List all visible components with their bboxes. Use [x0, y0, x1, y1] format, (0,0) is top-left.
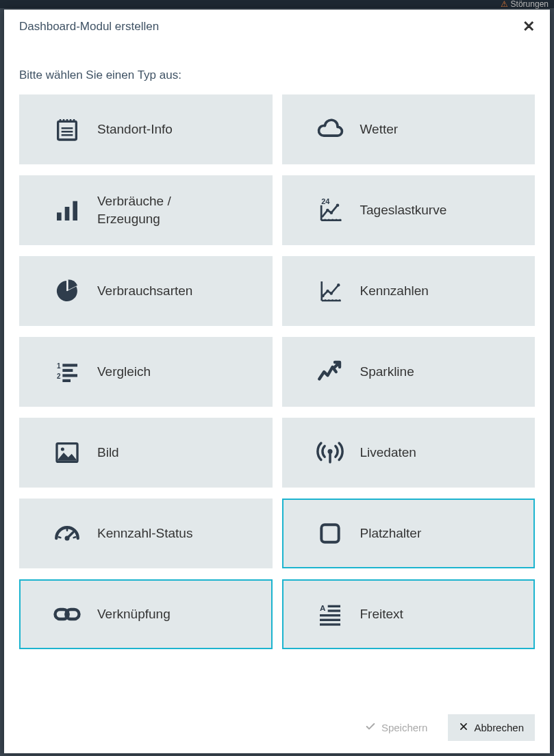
module-tile-sparkline[interactable]: Sparkline — [282, 337, 536, 407]
module-tile-livedaten[interactable]: Livedaten — [282, 418, 536, 488]
svg-text:24: 24 — [321, 197, 330, 205]
close-icon[interactable]: ✕ — [522, 19, 535, 34]
module-tile-label: Tageslastkurve — [360, 201, 447, 219]
svg-rect-1 — [57, 212, 62, 220]
module-tile-label: Kennzahlen — [360, 282, 429, 300]
alert-icon: ⚠ — [501, 0, 508, 9]
save-button[interactable]: Speichern — [354, 714, 439, 741]
svg-point-6 — [329, 211, 333, 214]
svg-rect-22 — [321, 525, 338, 542]
module-tile-platzhalter[interactable]: Platzhalter — [282, 499, 536, 568]
module-tile-kennzahlen[interactable]: Kennzahlen — [282, 256, 536, 326]
module-tile-label: Platzhalter — [360, 525, 422, 542]
svg-rect-26 — [327, 605, 340, 607]
modal-header: Dashboard-Modul erstellen ✕ — [4, 10, 550, 41]
svg-text:A: A — [320, 603, 326, 612]
sparkline-icon — [315, 357, 345, 387]
module-tile-label: Vergleich — [97, 363, 151, 381]
module-tile-label: Verbräuche / Erzeugung — [97, 192, 234, 227]
module-tile-label: Wetter — [360, 121, 399, 138]
svg-point-9 — [326, 290, 329, 292]
svg-rect-17 — [62, 379, 71, 382]
module-tile-label: Freitext — [360, 605, 403, 623]
module-tile-verknuepfung[interactable]: Verknüpfung — [19, 579, 273, 649]
module-tile-verbraeuche[interactable]: Verbräuche / Erzeugung — [19, 175, 273, 245]
module-tile-tageslast[interactable]: 24Tageslastkurve — [282, 175, 536, 245]
svg-rect-28 — [320, 614, 340, 616]
module-tile-verbrauchsarten[interactable]: Verbrauchsarten — [19, 256, 273, 326]
cancel-button[interactable]: Abbrechen — [448, 714, 535, 741]
module-tile-label: Sparkline — [360, 363, 414, 381]
linechart-icon — [315, 276, 345, 306]
barchart-icon — [52, 195, 82, 225]
backdrop-top: ⚠ Störungen — [0, 0, 554, 8]
image-icon — [52, 438, 82, 468]
svg-rect-2 — [65, 207, 70, 220]
square-icon — [315, 518, 345, 549]
module-type-grid: Standort-InfoWetterVerbräuche / Erzeugun… — [4, 94, 550, 649]
modal-footer: Speichern Abbrechen — [4, 703, 550, 753]
svg-point-19 — [61, 448, 64, 451]
broadcast-icon — [315, 438, 345, 468]
svg-rect-27 — [327, 609, 340, 612]
text-icon: A — [315, 599, 345, 629]
svg-text:2: 2 — [57, 373, 61, 380]
cloud-icon — [315, 114, 345, 144]
pie-icon — [52, 276, 82, 306]
module-tile-wetter[interactable]: Wetter — [282, 94, 536, 164]
modal-title: Dashboard-Modul erstellen — [19, 20, 159, 34]
module-tile-label: Verknüpfung — [97, 605, 171, 623]
module-tile-vergleich[interactable]: 12Vergleich — [19, 337, 273, 407]
svg-point-11 — [337, 284, 340, 286]
save-button-label: Speichern — [381, 722, 428, 733]
modal-subtitle: Bitte wählen Sie einen Typ aus: — [4, 41, 550, 94]
svg-rect-0 — [58, 121, 77, 140]
svg-point-5 — [326, 209, 329, 212]
module-tile-freitext[interactable]: AFreitext — [282, 579, 536, 649]
link-icon — [52, 599, 82, 629]
svg-rect-3 — [73, 201, 77, 220]
close-icon — [459, 722, 468, 733]
cancel-button-label: Abbrechen — [474, 722, 524, 733]
notepad-icon — [52, 114, 82, 144]
svg-rect-14 — [62, 364, 77, 366]
svg-rect-29 — [320, 619, 340, 621]
svg-point-7 — [336, 203, 339, 207]
module-tile-label: Kennzahl-Status — [97, 525, 192, 542]
module-tile-label: Verbrauchsarten — [97, 282, 192, 300]
module-tile-bild[interactable]: Bild — [19, 418, 273, 488]
module-tile-standort-info[interactable]: Standort-Info — [19, 94, 273, 164]
module-tile-kennzahl-status[interactable]: Kennzahl-Status — [19, 499, 273, 568]
create-module-modal: Dashboard-Modul erstellen ✕ Bitte wählen… — [4, 10, 550, 753]
module-tile-label: Standort-Info — [97, 121, 173, 138]
module-tile-label: Bild — [97, 444, 119, 462]
compare-icon: 12 — [52, 357, 82, 387]
module-tile-label: Livedaten — [360, 444, 416, 462]
svg-rect-30 — [320, 623, 340, 625]
gauge-icon — [52, 518, 82, 549]
chart24-icon: 24 — [315, 195, 345, 225]
svg-point-8 — [321, 294, 324, 297]
backdrop-label: Störungen — [511, 0, 549, 9]
svg-text:1: 1 — [57, 362, 61, 370]
svg-rect-16 — [62, 374, 77, 377]
svg-rect-15 — [62, 369, 73, 372]
svg-point-10 — [329, 292, 332, 294]
check-icon — [365, 721, 376, 734]
